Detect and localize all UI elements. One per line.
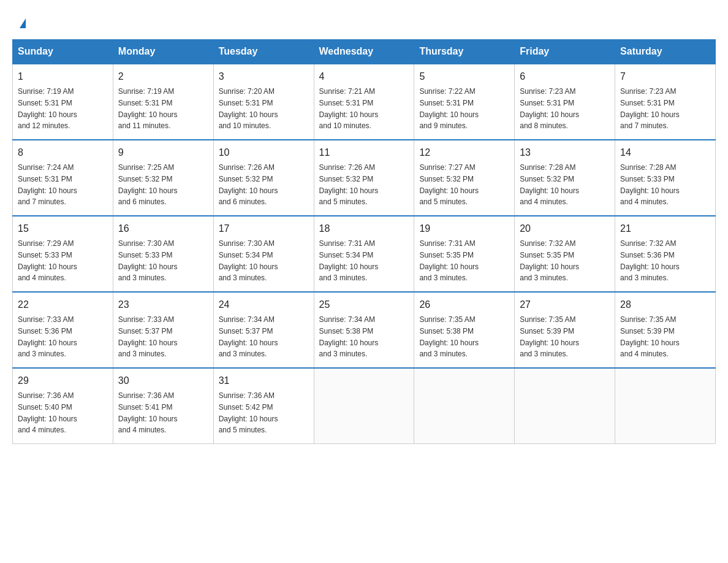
day-number: 19 [419, 221, 509, 236]
day-number: 8 [18, 145, 108, 160]
day-cell: 14Sunrise: 7:28 AMSunset: 5:33 PMDayligh… [615, 140, 716, 216]
col-header-sunday: Sunday [13, 40, 113, 64]
day-cell: 11Sunrise: 7:26 AMSunset: 5:32 PMDayligh… [314, 140, 414, 216]
day-number: 28 [620, 297, 710, 312]
day-info: Sunrise: 7:32 AMSunset: 5:36 PMDaylight:… [620, 239, 680, 282]
day-info: Sunrise: 7:35 AMSunset: 5:39 PMDaylight:… [620, 315, 680, 358]
col-header-monday: Monday [113, 40, 213, 64]
day-number: 30 [118, 373, 208, 388]
day-cell: 10Sunrise: 7:26 AMSunset: 5:32 PMDayligh… [213, 140, 314, 216]
day-info: Sunrise: 7:26 AMSunset: 5:32 PMDaylight:… [219, 163, 278, 206]
week-row-4: 22Sunrise: 7:33 AMSunset: 5:36 PMDayligh… [13, 292, 716, 368]
col-header-wednesday: Wednesday [314, 40, 414, 64]
day-number: 29 [18, 373, 108, 388]
day-number: 11 [319, 145, 409, 160]
col-header-saturday: Saturday [615, 40, 716, 64]
day-cell: 3Sunrise: 7:20 AMSunset: 5:31 PMDaylight… [213, 64, 314, 140]
day-number: 10 [219, 145, 309, 160]
day-info: Sunrise: 7:32 AMSunset: 5:35 PMDaylight:… [520, 239, 579, 282]
day-info: Sunrise: 7:24 AMSunset: 5:31 PMDaylight:… [18, 163, 77, 206]
day-cell: 8Sunrise: 7:24 AMSunset: 5:31 PMDaylight… [13, 140, 113, 216]
day-number: 12 [419, 145, 509, 160]
day-cell: 26Sunrise: 7:35 AMSunset: 5:38 PMDayligh… [414, 292, 515, 368]
day-number: 23 [118, 297, 208, 312]
day-info: Sunrise: 7:19 AMSunset: 5:31 PMDaylight:… [118, 87, 178, 130]
day-info: Sunrise: 7:36 AMSunset: 5:41 PMDaylight:… [118, 391, 178, 434]
day-cell: 6Sunrise: 7:23 AMSunset: 5:31 PMDaylight… [515, 64, 615, 140]
col-header-tuesday: Tuesday [213, 40, 314, 64]
day-cell: 31Sunrise: 7:36 AMSunset: 5:42 PMDayligh… [213, 368, 314, 444]
day-number: 31 [219, 373, 309, 388]
day-cell [314, 368, 414, 444]
day-cell: 16Sunrise: 7:30 AMSunset: 5:33 PMDayligh… [113, 216, 213, 292]
day-cell: 23Sunrise: 7:33 AMSunset: 5:37 PMDayligh… [113, 292, 213, 368]
day-info: Sunrise: 7:29 AMSunset: 5:33 PMDaylight:… [18, 239, 77, 282]
col-header-friday: Friday [515, 40, 615, 64]
day-cell: 5Sunrise: 7:22 AMSunset: 5:31 PMDaylight… [414, 64, 515, 140]
day-number: 1 [18, 69, 108, 84]
day-number: 22 [18, 297, 108, 312]
header-row: SundayMondayTuesdayWednesdayThursdayFrid… [13, 40, 716, 64]
day-cell: 24Sunrise: 7:34 AMSunset: 5:37 PMDayligh… [213, 292, 314, 368]
day-cell: 15Sunrise: 7:29 AMSunset: 5:33 PMDayligh… [13, 216, 113, 292]
day-cell: 19Sunrise: 7:31 AMSunset: 5:35 PMDayligh… [414, 216, 515, 292]
col-header-thursday: Thursday [414, 40, 515, 64]
day-info: Sunrise: 7:34 AMSunset: 5:38 PMDaylight:… [319, 315, 379, 358]
day-number: 14 [620, 145, 710, 160]
day-number: 5 [419, 69, 509, 84]
day-cell: 9Sunrise: 7:25 AMSunset: 5:32 PMDaylight… [113, 140, 213, 216]
day-number: 2 [118, 69, 208, 84]
day-info: Sunrise: 7:22 AMSunset: 5:31 PMDaylight:… [419, 87, 479, 130]
day-cell: 13Sunrise: 7:28 AMSunset: 5:32 PMDayligh… [515, 140, 615, 216]
day-info: Sunrise: 7:33 AMSunset: 5:37 PMDaylight:… [118, 315, 178, 358]
day-number: 21 [620, 221, 710, 236]
day-cell: 27Sunrise: 7:35 AMSunset: 5:39 PMDayligh… [515, 292, 615, 368]
day-number: 3 [219, 69, 309, 84]
day-number: 24 [219, 297, 309, 312]
day-cell: 21Sunrise: 7:32 AMSunset: 5:36 PMDayligh… [615, 216, 716, 292]
day-cell: 22Sunrise: 7:33 AMSunset: 5:36 PMDayligh… [13, 292, 113, 368]
day-cell: 12Sunrise: 7:27 AMSunset: 5:32 PMDayligh… [414, 140, 515, 216]
day-number: 18 [319, 221, 409, 236]
day-info: Sunrise: 7:21 AMSunset: 5:31 PMDaylight:… [319, 87, 379, 130]
day-info: Sunrise: 7:28 AMSunset: 5:32 PMDaylight:… [520, 163, 579, 206]
day-info: Sunrise: 7:27 AMSunset: 5:32 PMDaylight:… [419, 163, 479, 206]
day-info: Sunrise: 7:36 AMSunset: 5:42 PMDaylight:… [219, 391, 278, 434]
day-number: 6 [520, 69, 610, 84]
week-row-3: 15Sunrise: 7:29 AMSunset: 5:33 PMDayligh… [13, 216, 716, 292]
day-number: 16 [118, 221, 208, 236]
week-row-2: 8Sunrise: 7:24 AMSunset: 5:31 PMDaylight… [13, 140, 716, 216]
day-info: Sunrise: 7:20 AMSunset: 5:31 PMDaylight:… [219, 87, 278, 130]
day-cell [414, 368, 515, 444]
calendar-table: SundayMondayTuesdayWednesdayThursdayFrid… [12, 39, 716, 444]
day-cell: 1Sunrise: 7:19 AMSunset: 5:31 PMDaylight… [13, 64, 113, 140]
day-cell: 25Sunrise: 7:34 AMSunset: 5:38 PMDayligh… [314, 292, 414, 368]
day-info: Sunrise: 7:30 AMSunset: 5:34 PMDaylight:… [219, 239, 278, 282]
day-info: Sunrise: 7:35 AMSunset: 5:39 PMDaylight:… [520, 315, 579, 358]
day-info: Sunrise: 7:25 AMSunset: 5:32 PMDaylight:… [118, 163, 178, 206]
day-number: 17 [219, 221, 309, 236]
day-number: 26 [419, 297, 509, 312]
page-header [12, 12, 716, 28]
day-cell: 30Sunrise: 7:36 AMSunset: 5:41 PMDayligh… [113, 368, 213, 444]
day-info: Sunrise: 7:23 AMSunset: 5:31 PMDaylight:… [620, 87, 680, 130]
day-cell: 4Sunrise: 7:21 AMSunset: 5:31 PMDaylight… [314, 64, 414, 140]
day-info: Sunrise: 7:30 AMSunset: 5:33 PMDaylight:… [118, 239, 178, 282]
day-cell: 28Sunrise: 7:35 AMSunset: 5:39 PMDayligh… [615, 292, 716, 368]
day-info: Sunrise: 7:34 AMSunset: 5:37 PMDaylight:… [219, 315, 278, 358]
day-number: 7 [620, 69, 710, 84]
day-number: 13 [520, 145, 610, 160]
day-number: 4 [319, 69, 409, 84]
day-cell: 29Sunrise: 7:36 AMSunset: 5:40 PMDayligh… [13, 368, 113, 444]
day-cell: 7Sunrise: 7:23 AMSunset: 5:31 PMDaylight… [615, 64, 716, 140]
day-number: 20 [520, 221, 610, 236]
day-info: Sunrise: 7:23 AMSunset: 5:31 PMDaylight:… [520, 87, 579, 130]
day-number: 25 [319, 297, 409, 312]
day-info: Sunrise: 7:31 AMSunset: 5:35 PMDaylight:… [419, 239, 479, 282]
day-info: Sunrise: 7:36 AMSunset: 5:40 PMDaylight:… [18, 391, 77, 434]
logo [18, 18, 26, 28]
day-info: Sunrise: 7:28 AMSunset: 5:33 PMDaylight:… [620, 163, 680, 206]
day-info: Sunrise: 7:19 AMSunset: 5:31 PMDaylight:… [18, 87, 77, 130]
week-row-5: 29Sunrise: 7:36 AMSunset: 5:40 PMDayligh… [13, 368, 716, 444]
day-cell: 18Sunrise: 7:31 AMSunset: 5:34 PMDayligh… [314, 216, 414, 292]
